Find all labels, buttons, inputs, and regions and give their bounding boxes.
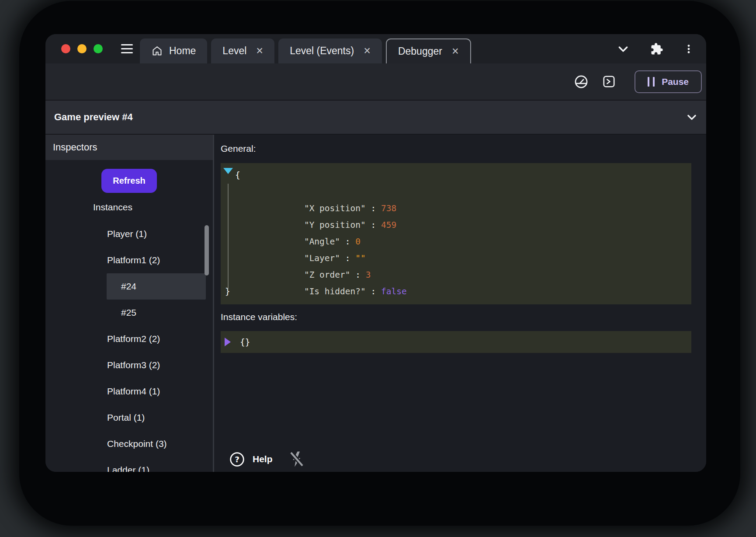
instance-tree-item[interactable]: Platform2 (2)	[107, 326, 206, 352]
debugger-content: Inspectors Refresh Instances Player (1) …	[45, 134, 706, 472]
tab[interactable]: Debugger ×	[386, 38, 471, 63]
tab-label: Level	[222, 45, 246, 57]
tab-close-icon[interactable]: ×	[256, 45, 263, 57]
property-separator: :	[366, 286, 381, 296]
property-value: ""	[355, 253, 365, 263]
property-value: 3	[366, 270, 371, 280]
property-key: "Is hidden?"	[304, 286, 366, 296]
close-window-button[interactable]	[61, 44, 70, 53]
app-window: Home Level × Level (Events) × Debugger ×	[45, 34, 706, 472]
property-row[interactable]: "X position" : 738	[221, 184, 691, 200]
tab-bar: Home Level × Level (Events) × Debugger ×	[140, 38, 471, 63]
property-key: "Y position"	[304, 220, 366, 230]
property-separator: :	[340, 237, 355, 247]
indent-guide-line	[228, 184, 229, 289]
game-preview-title: Game preview #4	[54, 112, 133, 123]
flash-off-icon[interactable]	[288, 450, 306, 468]
instance-tree-item-label: #25	[121, 307, 136, 318]
instance-tree-item-label: #24	[121, 281, 136, 292]
zoom-window-button[interactable]	[94, 44, 103, 53]
expand-triangle-right-icon[interactable]	[225, 338, 231, 346]
more-options-kebab-icon[interactable]	[683, 44, 694, 54]
property-value: 738	[381, 203, 396, 213]
general-section-label: General:	[221, 143, 691, 157]
general-properties-panel: { "X position" : 738 "Y position" : 459 …	[221, 163, 691, 304]
instance-tree-item[interactable]: Platform4 (1)	[107, 378, 206, 404]
tab-label: Level (Events)	[290, 45, 354, 57]
inspectors-header: Inspectors	[45, 135, 213, 160]
instance-tree-item-label: Ladder (1)	[107, 465, 149, 472]
instance-tree-item[interactable]: Platform3 (2)	[107, 352, 206, 378]
inspectors-sidebar: Inspectors Refresh Instances Player (1) …	[45, 135, 214, 472]
instance-tree-item[interactable]: Ladder (1)	[107, 457, 206, 472]
instance-tree-item-label: Player (1)	[107, 229, 147, 239]
window-chevron-down-icon[interactable]	[616, 42, 630, 56]
refresh-button[interactable]: Refresh	[101, 169, 157, 193]
property-separator: :	[340, 253, 355, 263]
debugger-toolbar: Pause	[45, 63, 706, 100]
instance-tree-item[interactable]: #24	[107, 273, 206, 300]
main-menu-icon[interactable]	[121, 44, 133, 53]
minimize-window-button[interactable]	[77, 44, 87, 53]
property-key: "X position"	[304, 203, 366, 213]
instance-tree-item[interactable]: Portal (1)	[107, 404, 206, 431]
property-key: "Z order"	[304, 270, 350, 280]
tab-close-icon[interactable]: ×	[452, 45, 459, 57]
instance-tree-item-label: Platform1 (2)	[107, 255, 160, 265]
instances-tree: Player (1) Platform1 (2) #24 #25 Platfor…	[45, 221, 213, 472]
instance-tree-item[interactable]: Checkpoint (3)	[107, 431, 206, 457]
inspectors-tree-panel: Refresh Instances Player (1) Platform1 (…	[45, 160, 213, 472]
instance-tree-item-label: Platform4 (1)	[107, 386, 160, 397]
tree-root-instances[interactable]: Instances	[45, 202, 213, 213]
instance-variables-value: {}	[240, 337, 250, 347]
instance-tree-item-label: Platform3 (2)	[107, 360, 160, 370]
tab[interactable]: Home	[140, 38, 207, 63]
sidebar-scrollbar-thumb[interactable]	[205, 225, 209, 275]
help-button-label: Help	[253, 454, 273, 464]
property-value: false	[381, 286, 407, 296]
instance-tree-item[interactable]: Platform1 (2)	[107, 247, 206, 273]
tab-close-icon[interactable]: ×	[364, 45, 371, 57]
property-separator: :	[366, 203, 381, 213]
property-value: 0	[355, 237, 361, 247]
tab-label: Home	[169, 45, 196, 57]
pause-button[interactable]: Pause	[635, 70, 702, 93]
pause-button-label: Pause	[662, 77, 689, 87]
home-icon	[151, 45, 163, 57]
property-separator: :	[366, 220, 381, 230]
tab[interactable]: Level (Events) ×	[278, 38, 382, 63]
instance-tree-item-label: Platform2 (2)	[107, 334, 160, 344]
instance-tree-item-label: Portal (1)	[107, 412, 145, 423]
instance-tree-item[interactable]: #25	[107, 300, 206, 326]
property-key: "Layer"	[304, 253, 340, 263]
traffic-lights	[61, 44, 103, 53]
profiler-speedometer-icon[interactable]	[574, 74, 589, 89]
property-separator: :	[350, 270, 366, 280]
console-icon[interactable]	[602, 74, 616, 89]
tab[interactable]: Level ×	[211, 38, 274, 63]
collapse-triangle-down-icon[interactable]	[223, 168, 233, 174]
help-row: ? Help	[229, 450, 306, 468]
preview-chevron-down-icon[interactable]	[685, 111, 698, 124]
property-key: "Angle"	[304, 237, 340, 247]
property-value: 459	[381, 220, 396, 230]
instance-tree-item[interactable]: Player (1)	[107, 221, 206, 247]
help-button[interactable]: ? Help	[229, 451, 273, 467]
question-circle-icon: ?	[229, 451, 245, 467]
json-open-brace: {	[221, 167, 691, 184]
pause-icon	[648, 77, 655, 87]
titlebar: Home Level × Level (Events) × Debugger ×	[45, 34, 706, 63]
instance-variables-panel: {}	[221, 331, 691, 353]
inspector-detail-panel: General: { "X position" : 738 "Y positio…	[214, 135, 706, 472]
instance-tree-item-label: Checkpoint (3)	[107, 439, 167, 449]
svg-text:?: ?	[235, 455, 239, 464]
titlebar-actions	[616, 34, 706, 63]
game-preview-selector[interactable]: Game preview #4	[45, 100, 706, 134]
extensions-puzzle-icon[interactable]	[650, 42, 663, 56]
tab-label: Debugger	[398, 45, 442, 57]
